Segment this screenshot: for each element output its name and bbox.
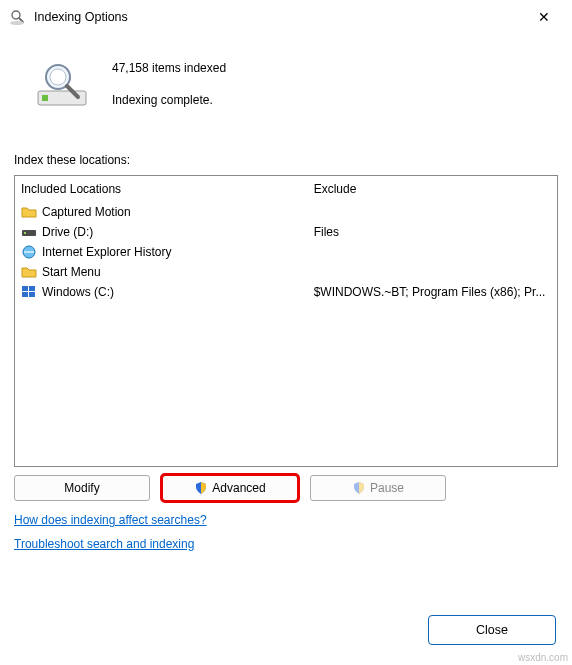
svg-point-2	[10, 21, 24, 25]
included-header[interactable]: Included Locations	[15, 176, 308, 202]
window-close-button[interactable]: ✕	[524, 9, 564, 25]
list-item[interactable]: Windows (C:)	[15, 282, 308, 302]
svg-rect-9	[24, 232, 26, 234]
status-row: 47,158 items indexed Indexing complete.	[14, 56, 558, 123]
list-item[interactable]: Start Menu	[15, 262, 308, 282]
list-item[interactable]: Captured Motion	[15, 202, 308, 222]
indexing-options-icon	[8, 8, 26, 26]
drive-icon	[21, 224, 37, 240]
list-item[interactable]: Internet Explorer History	[15, 242, 308, 262]
internet-explorer-icon	[21, 244, 37, 260]
exclude-header[interactable]: Exclude	[308, 176, 557, 202]
svg-point-6	[50, 69, 66, 85]
svg-rect-14	[29, 292, 35, 297]
troubleshoot-link[interactable]: Troubleshoot search and indexing	[14, 537, 194, 551]
help-links: How does indexing affect searches? Troub…	[14, 513, 558, 561]
locations-listbox[interactable]: Included Locations Captured Motion Drive…	[14, 175, 558, 467]
magnifier-drive-icon	[32, 56, 92, 111]
indexing-help-link[interactable]: How does indexing affect searches?	[14, 513, 207, 527]
exclude-cell	[308, 242, 557, 262]
status-text: 47,158 items indexed Indexing complete.	[112, 56, 226, 123]
folder-icon	[21, 264, 37, 280]
indexing-options-window: Indexing Options ✕ 47,158 items indexed …	[0, 0, 572, 665]
window-title: Indexing Options	[34, 10, 128, 24]
list-item[interactable]: Drive (D:)	[15, 222, 308, 242]
exclude-cell	[308, 262, 557, 282]
pause-button-label: Pause	[370, 481, 404, 495]
titlebar: Indexing Options ✕	[0, 0, 572, 34]
indexing-state: Indexing complete.	[112, 91, 226, 109]
list-item-label: Windows (C:)	[42, 285, 114, 299]
locations-label: Index these locations:	[14, 153, 558, 167]
advanced-button-label: Advanced	[212, 481, 265, 495]
watermark: wsxdn.com	[518, 652, 568, 663]
list-item-label: Captured Motion	[42, 205, 131, 219]
indexed-count: 47,158 items indexed	[112, 59, 226, 77]
svg-rect-11	[22, 286, 28, 291]
uac-shield-icon	[194, 481, 208, 495]
exclude-column: Exclude Files $WINDOWS.~BT; Program File…	[308, 176, 557, 466]
list-item-label: Drive (D:)	[42, 225, 93, 239]
svg-rect-12	[29, 286, 35, 291]
pause-button: Pause	[310, 475, 446, 501]
content-area: 47,158 items indexed Indexing complete. …	[0, 34, 572, 571]
advanced-button[interactable]: Advanced	[162, 475, 298, 501]
exclude-cell: Files	[308, 222, 557, 242]
uac-shield-icon	[352, 481, 366, 495]
exclude-cell: $WINDOWS.~BT; Program Files (x86); Pr...	[308, 282, 557, 302]
svg-rect-13	[22, 292, 28, 297]
exclude-cell	[308, 202, 557, 222]
list-item-label: Start Menu	[42, 265, 101, 279]
button-row: Modify Advanced Pause	[14, 475, 558, 501]
close-button[interactable]: Close	[428, 615, 556, 645]
included-column: Included Locations Captured Motion Drive…	[15, 176, 308, 466]
windows-icon	[21, 284, 37, 300]
list-item-label: Internet Explorer History	[42, 245, 171, 259]
svg-rect-4	[42, 95, 48, 101]
folder-icon	[21, 204, 37, 220]
footer: Close	[428, 615, 556, 645]
modify-button[interactable]: Modify	[14, 475, 150, 501]
